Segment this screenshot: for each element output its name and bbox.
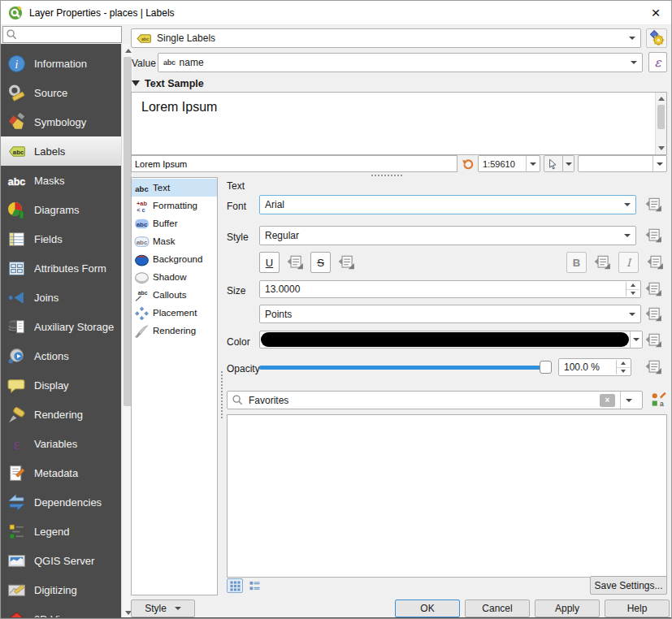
style-manager-button[interactable]: a xyxy=(648,389,668,410)
search-icon xyxy=(6,28,18,41)
sidebar-item-symbology[interactable]: Symbology xyxy=(1,107,121,136)
favorites-search[interactable]: Favorites × xyxy=(227,391,643,409)
apply-button[interactable]: Apply xyxy=(535,600,600,617)
chevron-down-icon[interactable] xyxy=(526,156,540,171)
sidebar-item-variables[interactable]: ε Variables xyxy=(1,429,121,458)
tab-shadow[interactable]: Shadow xyxy=(132,268,217,286)
collapse-triangle-icon[interactable] xyxy=(132,80,140,86)
set-scale-from-canvas-button[interactable] xyxy=(544,155,563,172)
data-defined-override-button[interactable] xyxy=(335,252,358,273)
favorites-dropdown[interactable] xyxy=(620,392,637,409)
label-type-combo[interactable]: abc Single Labels xyxy=(131,28,641,48)
data-defined-override-button[interactable] xyxy=(642,330,665,351)
cancel-button[interactable]: Cancel xyxy=(465,600,530,617)
data-defined-override-button[interactable] xyxy=(591,252,613,273)
data-defined-override-button[interactable] xyxy=(642,357,665,378)
sidebar-item-source[interactable]: Source xyxy=(1,78,121,107)
sidebar-item-dependencies[interactable]: Dependencies xyxy=(1,487,121,517)
sidebar-item-actions[interactable]: Actions xyxy=(1,341,121,370)
size-unit-combo[interactable]: Points xyxy=(259,305,641,323)
tab-formatting[interactable]: +ab< c Formatting xyxy=(132,197,217,214)
opacity-spinbox[interactable]: 100.0 % xyxy=(558,358,631,376)
data-defined-override-button[interactable] xyxy=(642,225,665,246)
svg-text:abc: abc xyxy=(137,220,148,227)
color-swatch[interactable] xyxy=(261,332,629,347)
tab-buffer[interactable]: abc Buffer xyxy=(132,214,217,232)
scroll-down-icon[interactable] xyxy=(658,146,665,150)
spinner-buttons[interactable] xyxy=(626,282,639,297)
tab-mask[interactable]: abc Mask xyxy=(132,232,217,250)
scroll-up-icon[interactable] xyxy=(125,49,132,53)
data-defined-override-button[interactable] xyxy=(642,194,665,215)
style-combo[interactable]: Regular xyxy=(259,226,636,245)
automated-placement-settings-button[interactable] xyxy=(646,28,667,48)
color-dropdown[interactable] xyxy=(630,331,642,348)
style-menu-button[interactable]: Style xyxy=(131,600,195,617)
data-defined-override-button[interactable] xyxy=(642,304,665,325)
color-widget[interactable] xyxy=(259,331,643,348)
sidebar-item-attributes-form[interactable]: Attributes Form xyxy=(1,253,121,283)
sidebar-item-legend[interactable]: Legend xyxy=(1,517,121,546)
chevron-down-icon[interactable] xyxy=(652,156,666,171)
splitter-handle[interactable] xyxy=(220,370,223,419)
tab-background[interactable]: Background xyxy=(132,250,217,268)
save-settings-button[interactable]: Save Settings... xyxy=(590,576,667,595)
size-spinbox[interactable]: 13.0000 xyxy=(259,280,641,298)
reset-sample-button[interactable] xyxy=(460,155,475,172)
sample-text-input[interactable] xyxy=(132,159,457,169)
help-button[interactable]: Help xyxy=(605,600,670,617)
sidebar-item-rendering[interactable]: Rendering xyxy=(1,400,121,429)
text-format-presets-list[interactable] xyxy=(227,414,667,578)
value-field-combo[interactable]: abc name xyxy=(158,53,643,72)
sidebar-item-information[interactable]: i Information xyxy=(1,49,121,78)
scrollbar-thumb[interactable] xyxy=(657,105,665,129)
sidebar-search-input[interactable] xyxy=(18,29,121,41)
opacity-label: Opacity xyxy=(227,363,260,374)
close-icon[interactable]: × xyxy=(640,1,671,25)
tab-rendering[interactable]: Rendering xyxy=(132,322,217,340)
splitter-handle[interactable] xyxy=(371,174,403,177)
window-title: Layer Properties - places | Labels xyxy=(29,7,175,19)
sidebar-item-labels[interactable]: abc Labels xyxy=(1,136,121,166)
italic-button[interactable]: I xyxy=(618,252,639,273)
sidebar-item-auxiliary-storage[interactable]: Auxiliary Storage xyxy=(1,312,121,341)
chevron-down-icon xyxy=(566,162,572,166)
list-view-button[interactable] xyxy=(246,578,262,593)
expression-builder-button[interactable]: ε xyxy=(648,52,667,72)
scale-combo[interactable]: 1:59610 xyxy=(478,155,540,172)
data-defined-override-button[interactable] xyxy=(642,279,665,300)
sidebar-item-digitizing[interactable]: Digitizing xyxy=(1,575,121,604)
favorites-query: Favorites xyxy=(249,395,600,406)
opacity-slider-handle[interactable] xyxy=(540,361,552,374)
sidebar-item-label: Actions xyxy=(34,350,69,362)
icon-view-button[interactable] xyxy=(227,578,243,593)
information-icon: i xyxy=(7,54,26,73)
bold-button[interactable]: B xyxy=(566,252,587,273)
scale-tool-dropdown[interactable] xyxy=(563,155,574,172)
sidebar-item-diagrams[interactable]: Diagrams xyxy=(1,195,121,224)
sidebar-item-joins[interactable]: Joins xyxy=(1,283,121,312)
underline-button[interactable]: U xyxy=(259,252,280,273)
tab-callouts[interactable]: abc Callouts xyxy=(132,286,217,304)
preview-scrollbar[interactable] xyxy=(655,93,666,154)
auxiliary-storage-icon xyxy=(7,318,26,336)
sidebar-item-masks[interactable]: abc Masks xyxy=(1,166,121,195)
font-combo[interactable]: Arial xyxy=(259,195,636,214)
ok-button[interactable]: OK xyxy=(395,600,460,617)
clear-search-icon[interactable]: × xyxy=(600,394,615,407)
sidebar-item-fields[interactable]: Fields xyxy=(1,224,121,253)
tab-text[interactable]: abc Text xyxy=(132,179,217,197)
sidebar-item-qgis-server[interactable]: QGIS Server xyxy=(1,546,121,575)
data-defined-icon xyxy=(593,253,611,271)
strikethrough-button[interactable]: S xyxy=(310,252,331,273)
tab-placement[interactable]: Placement xyxy=(132,304,217,322)
map-theme-combo[interactable] xyxy=(578,155,667,172)
scroll-up-icon[interactable] xyxy=(658,97,665,101)
sidebar-item-display[interactable]: Display xyxy=(1,370,121,400)
data-defined-override-button[interactable] xyxy=(284,252,306,273)
opacity-slider-track[interactable] xyxy=(259,366,552,370)
sidebar-item-metadata[interactable]: Metadata xyxy=(1,458,121,487)
sidebar-search[interactable] xyxy=(2,26,122,43)
spinner-buttons[interactable] xyxy=(616,360,630,374)
data-defined-override-button[interactable] xyxy=(644,252,666,273)
